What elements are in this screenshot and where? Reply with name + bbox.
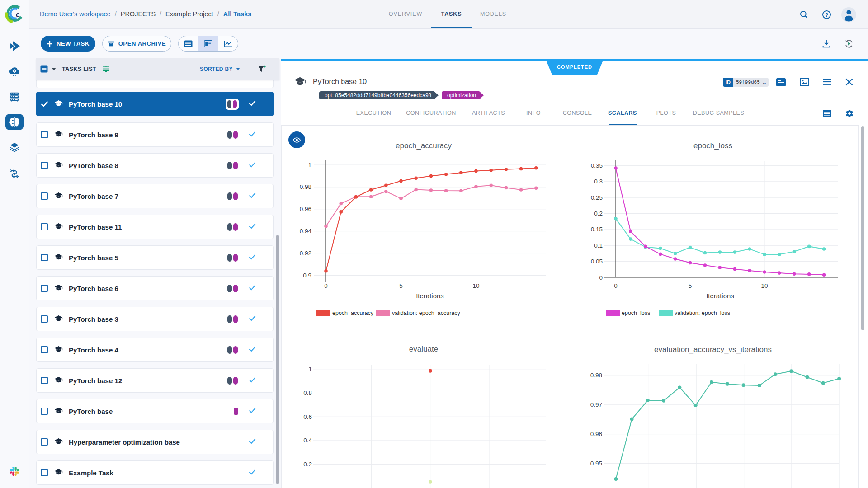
svg-text:0.05: 0.05 [591, 258, 603, 265]
svg-text:5: 5 [689, 282, 692, 289]
svg-text:0.25: 0.25 [591, 194, 603, 201]
svg-text:0.4: 0.4 [303, 437, 312, 444]
svg-text:Iterations: Iterations [706, 292, 734, 300]
svg-text:10: 10 [472, 282, 479, 289]
svg-text:0.98: 0.98 [300, 183, 311, 190]
svg-text:0.6: 0.6 [303, 413, 312, 420]
svg-text:0.96: 0.96 [300, 206, 311, 212]
svg-text:0.2: 0.2 [594, 210, 603, 217]
svg-text:0.1: 0.1 [594, 242, 603, 249]
svg-text:validation: epoch_accuracy: validation: epoch_accuracy [392, 310, 461, 316]
svg-text:0.35: 0.35 [591, 162, 603, 169]
svg-text:evaluation_accuracy_vs_iterati: evaluation_accuracy_vs_iterations [654, 345, 772, 354]
svg-text:0.9: 0.9 [303, 272, 311, 279]
svg-text:epoch_accuracy: epoch_accuracy [396, 141, 452, 150]
svg-text:epoch_loss: epoch_loss [693, 141, 732, 150]
svg-text:5: 5 [399, 282, 403, 289]
svg-text:0.2: 0.2 [303, 461, 312, 468]
svg-text:0: 0 [599, 274, 603, 281]
svg-text:0.15: 0.15 [591, 226, 603, 233]
svg-text:epoch_accuracy: epoch_accuracy [332, 310, 374, 316]
svg-text:0: 0 [614, 282, 618, 289]
svg-text:0.3: 0.3 [594, 178, 603, 185]
svg-text:validation: epoch_loss: validation: epoch_loss [675, 310, 730, 316]
svg-text:0: 0 [324, 282, 328, 289]
svg-text:0.95: 0.95 [590, 460, 602, 467]
svg-text:evaluate: evaluate [409, 345, 438, 353]
svg-text:0.96: 0.96 [590, 431, 602, 437]
svg-text:0.98: 0.98 [590, 372, 602, 379]
svg-text:1: 1 [308, 162, 311, 169]
svg-text:0.94: 0.94 [300, 228, 312, 235]
svg-text:10: 10 [761, 282, 768, 289]
svg-text:epoch_loss: epoch_loss [622, 310, 650, 316]
svg-text:1: 1 [308, 366, 312, 372]
svg-text:0.92: 0.92 [300, 250, 311, 257]
svg-text:?: ? [825, 12, 828, 18]
svg-text:0.97: 0.97 [590, 401, 602, 408]
svg-text:c: c [16, 11, 20, 19]
svg-text:0.8: 0.8 [303, 389, 312, 396]
svg-text:Iterations: Iterations [416, 292, 444, 300]
